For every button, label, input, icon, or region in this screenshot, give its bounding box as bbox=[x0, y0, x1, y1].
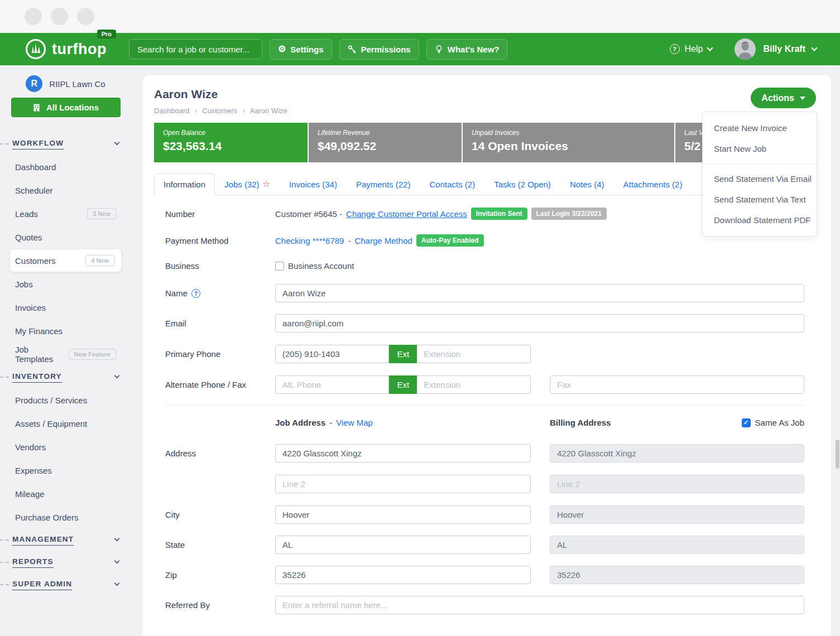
job-address-input[interactable] bbox=[275, 444, 531, 462]
business-label: Business bbox=[165, 261, 275, 271]
sidebar-section-management[interactable]: MANAGEMENT bbox=[0, 529, 131, 551]
sidebar-item-badge: New Feature bbox=[69, 349, 116, 360]
sidebar-item-label: Purchase Orders bbox=[15, 513, 78, 522]
sidebar-section-inventory[interactable]: INVENTORY bbox=[0, 366, 131, 388]
sidebar-item-vendors[interactable]: Vendors bbox=[0, 435, 131, 459]
chevron-down-icon bbox=[114, 140, 120, 146]
tab-payments-22[interactable]: Payments (22) bbox=[347, 174, 420, 195]
sidebar-item-label: Customers bbox=[15, 256, 56, 266]
tab-contacts-2[interactable]: Contacts (2) bbox=[420, 174, 484, 195]
settings-button-label: Settings bbox=[290, 45, 323, 54]
tab-tasks-2-open[interactable]: Tasks (2 Open) bbox=[484, 174, 560, 195]
sidebar-section-reports[interactable]: REPORTS bbox=[0, 551, 131, 574]
alt-extension-input[interactable] bbox=[417, 375, 531, 394]
sidebar-item-expenses[interactable]: Expenses bbox=[0, 459, 131, 482]
billing-zip-input bbox=[550, 566, 804, 584]
company-initial-icon: R bbox=[26, 75, 42, 92]
fax-input[interactable] bbox=[550, 375, 804, 394]
tab-label: Attachments (2) bbox=[623, 180, 683, 189]
last-login-badge: Last Login 3/22/2021 bbox=[531, 208, 607, 220]
company-row[interactable]: R RIIPL Lawn Co bbox=[0, 75, 131, 92]
job-address-heading: Job Address bbox=[275, 418, 325, 427]
brand-logo[interactable]: turfhop Pro bbox=[25, 38, 107, 60]
chevron-down-icon bbox=[114, 536, 120, 542]
window-control-circle bbox=[51, 8, 68, 25]
sidebar-item-mileage[interactable]: Mileage bbox=[0, 482, 131, 505]
permissions-button-label: Permissions bbox=[361, 45, 411, 54]
primary-phone-input[interactable] bbox=[275, 345, 389, 363]
menu-send-statement-via-email[interactable]: Send Statement Via Email bbox=[703, 168, 817, 189]
menu-create-new-invoice[interactable]: Create New Invoice bbox=[703, 118, 817, 138]
menu-download-statement-pdf[interactable]: Download Statement PDF bbox=[703, 210, 817, 230]
chevron-down-icon bbox=[114, 373, 120, 379]
payment-method-label: Payment Method bbox=[165, 236, 275, 245]
help-question-icon: ? bbox=[670, 44, 680, 54]
sidebar-item-invoices[interactable]: Invoices bbox=[0, 296, 131, 319]
primary-extension-input[interactable] bbox=[417, 345, 531, 363]
whats-new-button[interactable]: What's New? bbox=[426, 39, 508, 60]
user-menu[interactable]: Billy Kraft bbox=[763, 44, 817, 54]
email-input[interactable] bbox=[275, 314, 804, 333]
billing-address-line2-input bbox=[550, 475, 804, 493]
sidebar-item-purchase-orders[interactable]: Purchase Orders bbox=[0, 505, 131, 529]
user-avatar[interactable] bbox=[735, 38, 756, 60]
sidebar-item-products-services[interactable]: Products / Services bbox=[0, 388, 131, 412]
charge-method-link[interactable]: Charge Method bbox=[354, 236, 412, 245]
tab-notes-4[interactable]: Notes (4) bbox=[560, 174, 614, 195]
sidebar-item-jobs[interactable]: Jobs bbox=[0, 272, 131, 296]
invitation-sent-badge: Invitation Sent bbox=[471, 208, 527, 220]
scrollbar-thumb[interactable] bbox=[836, 440, 839, 469]
job-zip-input[interactable] bbox=[275, 566, 531, 584]
job-city-input[interactable] bbox=[275, 505, 531, 524]
alt-phone-input[interactable] bbox=[275, 375, 389, 394]
breadcrumb-item-dashboard[interactable]: Dashboard bbox=[154, 107, 190, 115]
job-state-input[interactable] bbox=[275, 536, 531, 554]
tab-label: Notes (4) bbox=[570, 180, 604, 189]
state-label: State bbox=[165, 540, 275, 550]
section-dash bbox=[0, 584, 9, 585]
tab-invoices-34[interactable]: Invoices (34) bbox=[280, 174, 347, 195]
same-as-job-label: Same As Job bbox=[755, 418, 804, 427]
tab-information[interactable]: Information bbox=[154, 174, 215, 195]
view-map-link[interactable]: View Map bbox=[336, 418, 373, 427]
same-as-job-checkbox[interactable]: ✓ bbox=[742, 418, 751, 427]
sidebar-item-assets-equipment[interactable]: Assets / Equipment bbox=[0, 412, 131, 435]
all-locations-button[interactable]: All Locations bbox=[11, 98, 121, 117]
sidebar-item-quotes[interactable]: Quotes bbox=[0, 225, 131, 249]
primary-ext-button[interactable]: Ext bbox=[389, 345, 417, 363]
sidebar-item-scheduler[interactable]: Scheduler bbox=[0, 179, 131, 202]
name-input[interactable] bbox=[275, 284, 804, 302]
menu-start-new-job[interactable]: Start New Job bbox=[703, 138, 817, 159]
referred-by-input[interactable] bbox=[275, 596, 804, 614]
breadcrumb-item-customers[interactable]: Customers bbox=[202, 107, 237, 115]
stat-label: Open Balance bbox=[163, 129, 299, 137]
breadcrumb-separator: › bbox=[195, 106, 198, 115]
business-account-checkbox-label: Business Account bbox=[288, 261, 354, 271]
section-dash bbox=[0, 377, 9, 378]
section-dash bbox=[0, 539, 9, 541]
sidebar-section-super-admin[interactable]: SUPER ADMIN bbox=[0, 574, 131, 596]
sidebar-item-label: Expenses bbox=[15, 466, 52, 475]
alt-ext-button[interactable]: Ext bbox=[389, 375, 417, 394]
business-account-checkbox[interactable] bbox=[275, 262, 284, 271]
permissions-button[interactable]: Permissions bbox=[339, 39, 419, 60]
company-name: RIIPL Lawn Co bbox=[49, 79, 105, 89]
help-menu[interactable]: ? Help bbox=[670, 44, 713, 54]
sidebar-item-dashboard[interactable]: Dashboard bbox=[0, 155, 131, 179]
search-input[interactable] bbox=[129, 39, 262, 59]
job-address-line2-input[interactable] bbox=[275, 475, 531, 493]
stat-card-lifetime-revenue: Lifetime Revenue$49,092.52 bbox=[309, 123, 462, 162]
tab-jobs-32[interactable]: Jobs (32)☆ bbox=[215, 174, 280, 195]
change-portal-access-link[interactable]: Change Customer Portal Access bbox=[346, 209, 467, 219]
sidebar-item-customers[interactable]: Customers4 New bbox=[10, 249, 121, 272]
sidebar-section-workflow[interactable]: WORKFLOW bbox=[0, 133, 131, 155]
sidebar-item-my-finances[interactable]: My Finances bbox=[0, 319, 131, 343]
sidebar-item-job-templates[interactable]: Job TemplatesNew Feature bbox=[0, 343, 131, 366]
sidebar-item-leads[interactable]: Leads3 New bbox=[0, 202, 131, 225]
payment-account-link[interactable]: Checking ****6789 bbox=[275, 236, 344, 245]
settings-button[interactable]: ⚙ Settings bbox=[270, 39, 332, 60]
menu-send-statement-via-text[interactable]: Send Statement Via Text bbox=[703, 189, 817, 210]
actions-button[interactable]: Actions bbox=[751, 88, 816, 108]
name-help-icon[interactable]: ? bbox=[191, 289, 200, 298]
tab-attachments-2[interactable]: Attachments (2) bbox=[614, 174, 692, 195]
